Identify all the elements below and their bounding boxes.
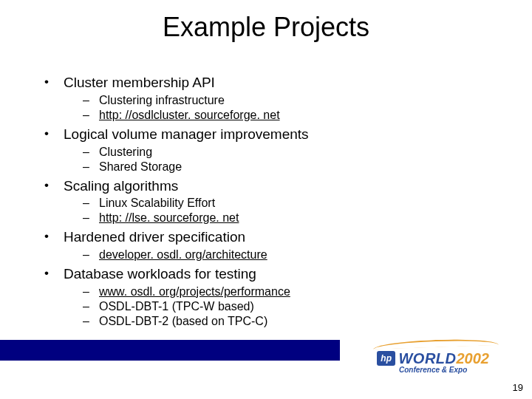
sub-text: Shared Storage: [99, 160, 182, 173]
logo-hp-badge: hp: [377, 351, 395, 366]
logo-subtitle: Conference & Expo: [377, 366, 489, 374]
sub-link[interactable]: http: //osdlcluster. sourceforge. net: [99, 109, 280, 121]
logo-year-text: 2002: [457, 351, 490, 366]
sub-list: developer. osdl. org/architecture: [64, 248, 502, 262]
content-area: Cluster membership API Clustering infras…: [43, 74, 502, 332]
bullet-list: Cluster membership API Clustering infras…: [43, 74, 502, 329]
sub-link[interactable]: http: //lse. sourceforge. net: [99, 211, 239, 224]
slide: Example Projects Cluster membership API …: [0, 0, 532, 399]
bullet-item: Database workloads for testing www. osdl…: [43, 265, 502, 329]
sub-list: Linux Scalability Effort http: //lse. so…: [64, 196, 502, 225]
slide-title: Example Projects: [0, 0, 532, 43]
sub-item: Clustering: [83, 145, 502, 160]
bullet-item: Hardened driver specification developer.…: [43, 228, 502, 262]
bullet-label: Database workloads for testing: [64, 266, 256, 282]
sub-list: Clustering infrastructure http: //osdlcl…: [64, 93, 502, 123]
sub-item: Linux Scalability Effort: [83, 196, 502, 211]
sub-item: OSDL-DBT-1 (TPC-W based): [83, 299, 502, 314]
bullet-item: Cluster membership API Clustering infras…: [43, 74, 502, 123]
sub-text: Clustering: [99, 146, 152, 158]
sub-item: Clustering infrastructure: [83, 93, 502, 108]
bullet-label: Scaling algorithms: [64, 178, 178, 194]
logo-swoosh-icon: [373, 338, 499, 349]
bullet-label: Cluster membership API: [64, 75, 215, 90]
logo-world-text: WORLD: [398, 351, 456, 366]
sub-text: OSDL-DBT-2 (based on TPC-C): [99, 315, 267, 327]
sub-text: OSDL-DBT-1 (TPC-W based): [99, 300, 254, 313]
bullet-item: Logical volume manager improvements Clus…: [43, 126, 502, 174]
sub-item: http: //lse. sourceforge. net: [83, 211, 502, 225]
bullet-label: Logical volume manager improvements: [64, 126, 309, 142]
sub-list: www. osdl. org/projects/performance OSDL…: [64, 284, 502, 329]
bullet-label: Hardened driver specification: [64, 229, 245, 245]
sub-item: www. osdl. org/projects/performance: [83, 284, 502, 299]
sub-link[interactable]: www. osdl. org/projects/performance: [99, 285, 290, 298]
sub-item: OSDL-DBT-2 (based on TPC-C): [83, 314, 502, 329]
page-number: 19: [513, 382, 523, 393]
sub-link[interactable]: developer. osdl. org/architecture: [99, 248, 267, 261]
bullet-item: Scaling algorithms Linux Scalability Eff…: [43, 177, 502, 226]
conference-logo: hp WORLD2002 Conference & Expo: [377, 351, 489, 374]
footer-bar: [0, 340, 340, 361]
sub-item: Shared Storage: [83, 160, 502, 174]
sub-item: developer. osdl. org/architecture: [83, 248, 502, 262]
sub-text: Linux Scalability Effort: [99, 197, 215, 209]
sub-item: http: //osdlcluster. sourceforge. net: [83, 108, 502, 123]
sub-text: Clustering infrastructure: [99, 94, 225, 106]
sub-list: Clustering Shared Storage: [64, 145, 502, 174]
